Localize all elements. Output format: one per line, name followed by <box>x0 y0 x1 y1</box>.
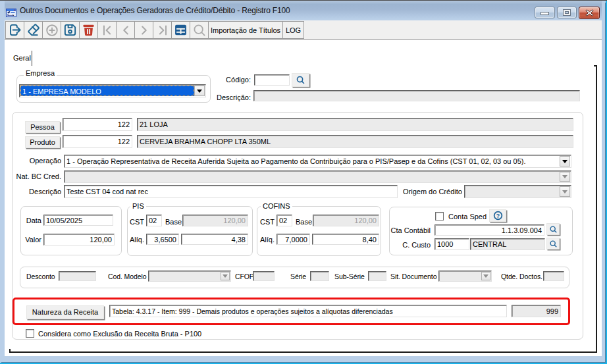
svg-text:?: ? <box>496 213 499 219</box>
